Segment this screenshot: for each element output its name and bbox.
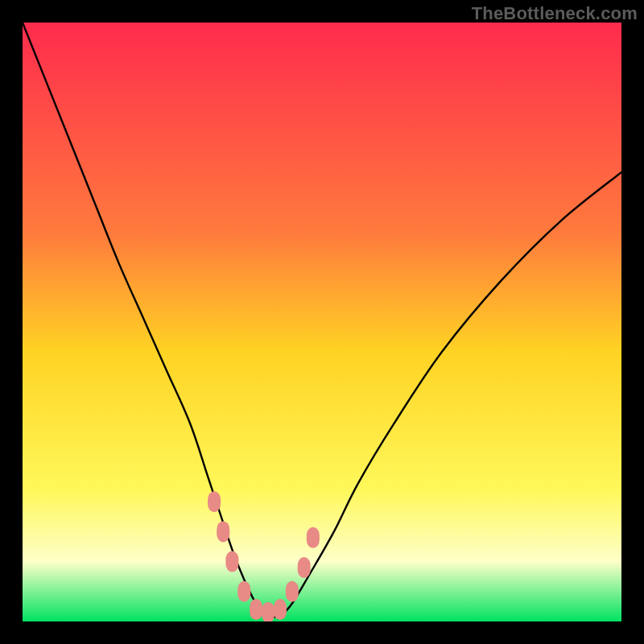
gradient-background (23, 23, 621, 621)
highlight-marker (262, 602, 275, 621)
highlight-marker (250, 599, 262, 620)
highlight-marker (274, 599, 287, 620)
outer-frame: TheBottleneck.com (0, 0, 644, 644)
watermark-text: TheBottleneck.com (472, 3, 638, 24)
highlight-marker (307, 527, 320, 548)
highlight-marker (225, 551, 238, 572)
highlight-marker (237, 581, 250, 602)
highlight-marker (286, 581, 299, 602)
highlight-marker (217, 521, 229, 542)
highlight-marker (208, 491, 221, 512)
highlight-marker (298, 557, 311, 578)
bottleneck-chart (23, 23, 621, 621)
plot-area (23, 23, 621, 621)
